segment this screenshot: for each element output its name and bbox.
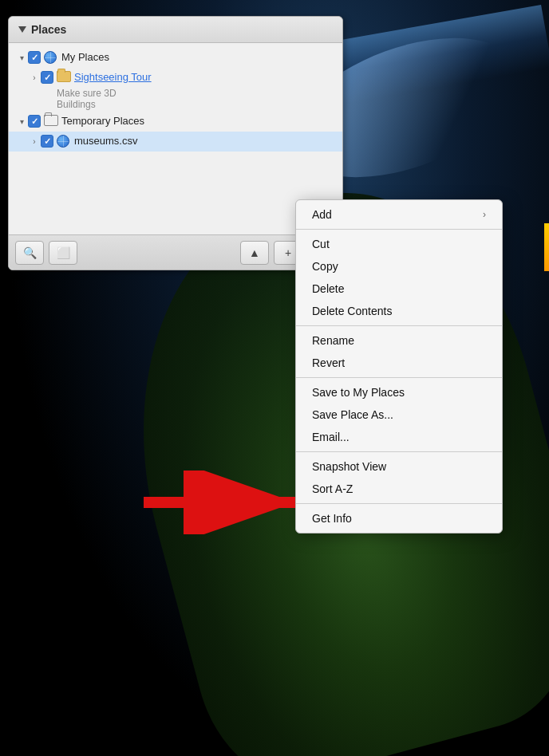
search-button[interactable]: 🔍 (15, 241, 44, 265)
context-menu: Add › Cut Copy Delete Delete Contents Re… (295, 199, 503, 534)
submenu-arrow-add: › (483, 209, 486, 220)
expander-museums[interactable]: › (28, 134, 41, 148)
menu-label-delete-contents: Delete Contents (312, 305, 392, 317)
checkbox-museums[interactable]: ✓ (41, 135, 53, 148)
expander-temporary[interactable]: ▾ (15, 114, 28, 128)
menu-item-copy[interactable]: Copy (296, 255, 502, 278)
menu-label-sort-a-z: Sort A-Z (312, 482, 353, 495)
menu-item-revert[interactable]: Revert (296, 352, 502, 374)
panel-header: Places (9, 17, 342, 43)
temporary-label: Temporary Places (61, 114, 336, 128)
tree-item-sightseeing[interactable]: › ✓ Sightseeing Tour (9, 68, 342, 88)
menu-label-copy: Copy (312, 260, 338, 273)
folder-icon-sightseeing (57, 71, 71, 85)
expander-my-places[interactable]: ▾ (15, 50, 28, 65)
menu-label-save-to-my-places: Save to My Places (312, 386, 405, 399)
places-panel: Places ▾ ✓ My Places › (8, 16, 343, 270)
menu-item-get-info[interactable]: Get Info (296, 507, 502, 530)
add-icon: + (285, 246, 291, 259)
expander-sightseeing[interactable]: › (28, 70, 41, 85)
checkbox-sightseeing[interactable]: ✓ (41, 71, 53, 84)
menu-label-email: Email... (312, 431, 350, 443)
checkbox-my-places[interactable]: ✓ (28, 51, 41, 64)
menu-label-add: Add (312, 208, 332, 221)
menu-item-add[interactable]: Add › (296, 203, 502, 226)
menu-item-snapshot-view[interactable]: Snapshot View (296, 455, 502, 478)
globe-icon-museums (57, 135, 71, 149)
menu-item-delete-contents[interactable]: Delete Contents (296, 300, 502, 322)
menu-label-rename: Rename (312, 334, 354, 347)
checkbox-temporary[interactable]: ✓ (28, 115, 41, 128)
yellow-edge (544, 223, 549, 271)
menu-item-save-to-my-places[interactable]: Save to My Places (296, 381, 502, 404)
layers-icon: ⬜ (57, 246, 70, 259)
panel-title: Places (31, 23, 66, 36)
tree-item-museums[interactable]: › ✓ museums.csv (9, 132, 342, 152)
tree-item-temporary[interactable]: ▾ ✓ Temporary Places (9, 112, 342, 132)
menu-label-get-info: Get Info (312, 512, 352, 525)
menu-sep-3 (296, 377, 502, 378)
sightseeing-sublabel: Make sure 3DBuildings (9, 88, 342, 112)
search-icon: 🔍 (23, 246, 37, 259)
up-arrow-icon: ▲ (249, 246, 260, 259)
menu-item-save-place-as[interactable]: Save Place As... (296, 404, 502, 426)
menu-sep-4 (296, 451, 502, 452)
menu-label-save-place-as: Save Place As... (312, 408, 393, 421)
menu-label-cut: Cut (312, 238, 330, 250)
menu-item-sort-a-z[interactable]: Sort A-Z (296, 478, 502, 500)
menu-item-email[interactable]: Email... (296, 426, 502, 448)
sightseeing-label[interactable]: Sightseeing Tour (74, 70, 336, 85)
menu-item-delete[interactable]: Delete (296, 278, 502, 300)
menu-sep-1 (296, 229, 502, 230)
menu-item-cut[interactable]: Cut (296, 233, 502, 255)
panel-toolbar: 🔍 ⬜ ▲ + 🗂 (9, 234, 342, 270)
my-places-label: My Places (61, 50, 336, 65)
museums-label: museums.csv (74, 134, 336, 148)
menu-label-revert: Revert (312, 356, 345, 369)
move-up-button[interactable]: ▲ (240, 241, 269, 265)
menu-item-rename[interactable]: Rename (296, 329, 502, 352)
layers-button[interactable]: ⬜ (49, 241, 77, 265)
menu-label-delete: Delete (312, 282, 344, 295)
menu-label-snapshot-view: Snapshot View (312, 460, 386, 473)
folder-open-icon-temporary (44, 115, 58, 129)
panel-body: ▾ ✓ My Places › ✓ Sigh (9, 43, 342, 234)
globe-icon-my-places (44, 51, 58, 65)
collapse-icon[interactable] (18, 26, 26, 33)
menu-sep-5 (296, 503, 502, 504)
tree-item-my-places[interactable]: ▾ ✓ My Places (9, 48, 342, 68)
menu-sep-2 (296, 325, 502, 326)
